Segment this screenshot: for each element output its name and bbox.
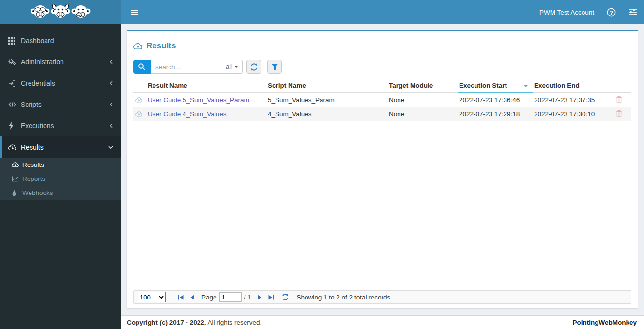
page-label: Page [201,294,217,301]
search-scope-value: all [226,63,232,70]
bolt-icon [8,122,21,130]
sidebar-item-label: Executions [21,122,54,130]
cloud-download-icon [133,42,143,50]
sidebar-item-administration[interactable]: Administration [0,51,121,73]
previous-page-button[interactable] [190,294,195,300]
sidebar-toggle-button[interactable] [128,6,140,18]
column-header-result-name[interactable]: Result Name [147,79,267,93]
actions-column-header [607,79,631,93]
results-panel: Results all [127,30,638,308]
top-navbar: PWM Test Account ? [121,0,644,24]
filter-icon [271,63,278,71]
droplet-icon [12,190,22,196]
account-name[interactable]: PWM Test Account [539,9,594,16]
submenu-item-label: Reports [22,175,45,182]
execution-start-cell: 2022-07-23 17:29:18 [458,107,533,121]
sidebar-item-label: Results [21,143,44,151]
icon-column-header [133,79,147,93]
column-header-target-module[interactable]: Target Module [388,79,458,93]
sidebar-item-scripts[interactable]: Scripts [0,94,121,115]
execution-end-cell: 2022-07-23 17:37:35 [533,93,607,107]
code-icon [8,101,21,108]
sidebar-item-label: Dashboard [21,37,54,45]
sidebar-item-results[interactable]: Results [0,136,121,158]
table-row: User Guide 4_Sum_Values 4_Sum_Values Non… [133,107,631,121]
column-header-execution-start[interactable]: Execution Start [458,79,533,93]
submenu-item-label: Webhooks [22,189,53,196]
sidebar-item-dashboard[interactable]: Dashboard [0,30,121,51]
svg-text:?: ? [610,9,613,15]
results-table: Result Name Script Name Target Module Ex… [133,79,631,121]
trash-icon [616,96,622,103]
sidebar-item-credentials[interactable]: Credentials [0,73,121,94]
total-pages: / 1 [244,294,251,301]
column-header-execution-end[interactable]: Execution End [533,79,607,93]
result-name-link[interactable]: User Guide 4_Sum_Values [148,110,227,118]
page-title-text: Results [146,41,176,51]
search-scope-dropdown[interactable]: all [226,63,238,70]
chevron-down-icon [108,145,114,150]
sidebar-item-label: Scripts [21,101,42,108]
table-row: User Guide 5_Sum_Values_Param 5_Sum_Valu… [133,93,631,107]
target-module-cell: None [388,107,458,121]
chevron-left-icon [109,102,114,107]
refresh-button[interactable] [246,60,261,74]
copyright-text: Copyright (c) 2017 - 2022. All rights re… [127,319,261,326]
refresh-icon [250,63,258,71]
cogs-icon [8,58,21,66]
help-icon[interactable]: ? [607,8,616,17]
filter-button[interactable] [267,60,282,74]
script-name-cell: 4_Sum_Values [267,107,388,121]
target-module-cell: None [388,93,458,107]
cloud-download-icon [8,144,21,151]
three-monkeys-logo-icon [30,3,91,21]
last-page-button[interactable] [268,294,275,300]
toolbar-divider [264,60,264,73]
refresh-icon [281,293,289,301]
result-name-link[interactable]: User Guide 5_Sum_Values_Param [148,96,249,104]
caret-down-icon [234,66,238,68]
script-name-cell: 5_Sum_Values_Param [267,93,388,107]
submenu-item-webhooks[interactable]: Webhooks [0,186,121,200]
sidebar: Dashboard Administration Credentials [0,24,121,329]
chevron-left-icon [109,123,114,129]
page-number-input[interactable] [219,292,242,302]
top-header: PWM Test Account ? [0,0,644,24]
pagination-bar: 100 Page / 1 [133,290,631,304]
first-page-button[interactable] [177,294,184,300]
pager-refresh-button[interactable] [281,293,289,301]
chevron-left-icon [109,59,114,65]
page-title: Results [133,41,631,51]
submenu-item-results[interactable]: Results [0,158,121,172]
sidebar-item-label: Administration [21,58,64,66]
execution-start-cell: 2022-07-23 17:36:46 [458,93,533,107]
sidebar-item-executions[interactable]: Executions [0,115,121,136]
trash-icon [616,110,622,117]
delete-result-button[interactable] [616,96,622,103]
cloud-download-icon [12,162,22,168]
search-group: all [133,60,243,74]
chevron-left-icon [109,80,114,86]
next-page-button[interactable] [257,294,262,300]
grid-icon [8,37,21,45]
search-icon [138,63,146,71]
brand-name: PointingWebMonkey [572,319,637,326]
result-cloud-icon [133,107,147,121]
sliders-icon[interactable] [629,8,637,16]
app-logo[interactable] [0,0,121,24]
column-header-script-name[interactable]: Script Name [267,79,388,93]
main-content: Results all [121,24,644,329]
sort-desc-icon [523,85,528,87]
delete-result-button[interactable] [616,110,622,117]
chart-line-icon [12,176,22,182]
page-footer: Copyright (c) 2017 - 2022. All rights re… [121,315,644,329]
sidebar-item-label: Credentials [21,79,55,87]
sign-in-icon [8,79,21,87]
submenu-item-reports[interactable]: Reports [0,172,121,186]
page-size-select[interactable]: 100 [138,292,166,302]
submenu-item-label: Results [22,161,44,168]
records-summary: Showing 1 to 2 of 2 total records [297,294,391,301]
search-button[interactable] [133,60,151,74]
result-cloud-icon [133,93,147,107]
table-toolbar: all [133,60,631,74]
